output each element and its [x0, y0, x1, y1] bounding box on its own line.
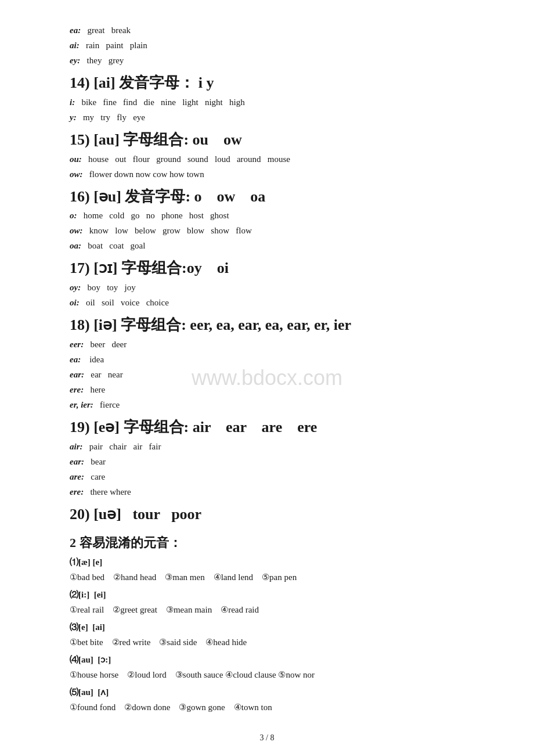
page-number: 3 / 8: [70, 732, 464, 744]
mix-group-2-items: ①real rail ②greet great ③mean main ④read…: [70, 603, 464, 617]
line-oa-16: oa: boat coat goal: [70, 239, 464, 253]
line-ou: ou: house out flour ground sound loud ar…: [70, 152, 464, 166]
heading-16: 16) [əu] 发音字母: o ow oa: [70, 187, 464, 207]
key-eer: eer:: [70, 340, 84, 349]
mix-section: 2 容易混淆的元音： ⑴[æ] [e] ①bad bed ②hand head …: [70, 532, 464, 714]
line-y: y: my try fly eye: [70, 110, 464, 124]
key-oa-16: oa:: [70, 241, 81, 250]
key-ear-19: ear:: [70, 457, 84, 466]
line-ow-15: ow: flower down now cow how town: [70, 167, 464, 181]
line-er-ier: er, ier: fierce: [70, 398, 464, 412]
key-ea-18: ea:: [70, 355, 81, 364]
heading-14: 14) [ai] 发音字母： i y: [70, 73, 464, 93]
line-ear-19: ear: bear: [70, 455, 464, 469]
key-ere-19: ere:: [70, 487, 84, 496]
key-oi: oi:: [70, 298, 80, 307]
line-are-19: are: care: [70, 470, 464, 484]
key-ow-15: ow:: [70, 170, 83, 179]
key-ea: ea:: [70, 26, 81, 35]
mix-group-3-label: ⑶[e] [ai]: [70, 620, 464, 634]
mix-group-2-label: ⑵[i:] [ei]: [70, 588, 464, 602]
mix-group-5-items: ①found fond ②down done ③gown gone ④town …: [70, 700, 464, 714]
line-ear-18: ear: ear near: [70, 368, 464, 381]
key-are-19: are:: [70, 472, 84, 481]
section-15: 15) [au] 字母组合: ou ow ou: house out flour…: [70, 130, 464, 181]
line-ow-16: ow: know low below grow blow show flow: [70, 224, 464, 237]
key-ai-ex: ai:: [70, 41, 80, 50]
key-er-ier: er, ier:: [70, 400, 93, 409]
line-ai-ex: ai: rain paint plain: [70, 38, 464, 52]
line-ea-18: ea: idea: [70, 352, 464, 366]
key-ere-18: ere:: [70, 385, 84, 394]
line-oi: oi: oil soil voice choice: [70, 296, 464, 309]
section-17: 17) [ɔɪ] 字母组合:oy oi oy: boy toy joy oi: …: [70, 258, 464, 309]
line-ea: ea: great break: [70, 23, 464, 37]
section-19: 19) [eə] 字母组合: air ear are ere air: pair…: [70, 417, 464, 499]
key-y: y:: [70, 113, 77, 122]
section-16: 16) [əu] 发音字母: o ow oa o: home cold go n…: [70, 187, 464, 253]
key-ey: ey:: [70, 56, 80, 65]
key-i: i:: [70, 98, 75, 107]
section-14: 14) [ai] 发音字母： i y i: bike fine find die…: [70, 73, 464, 124]
mix-group-5-label: ⑸[au] [ʌ]: [70, 685, 464, 699]
line-o-16: o: home cold go no phone host ghost: [70, 208, 464, 222]
heading-18: 18) [iə] 字母组合: eer, ea, ear, ea, ear, er…: [70, 315, 464, 335]
line-i: i: bike fine find die nine light night h…: [70, 95, 464, 109]
key-ear-18: ear:: [70, 370, 84, 379]
heading-19: 19) [eə] 字母组合: air ear are ere: [70, 417, 464, 437]
mix-title: 2 容易混淆的元音：: [70, 532, 464, 553]
line-ey: ey: they grey: [70, 53, 464, 67]
opening-lines: ea: great break ai: rain paint plain ey:…: [70, 23, 464, 67]
key-ow-16: ow:: [70, 226, 83, 235]
mix-group-4-label: ⑷[au] [ɔ:]: [70, 653, 464, 667]
heading-20: 20) [uə] tour poor: [70, 505, 464, 524]
key-oy: oy:: [70, 283, 81, 292]
heading-15: 15) [au] 字母组合: ou ow: [70, 130, 464, 150]
mix-group-4-items: ①house horse ②loud lord ③south sauce ④cl…: [70, 668, 464, 682]
line-ere-18: ere: here: [70, 383, 464, 397]
key-o-16: o:: [70, 211, 77, 220]
mix-group-1-label: ⑴[æ] [e]: [70, 555, 464, 569]
section-20: 20) [uə] tour poor: [70, 505, 464, 524]
section-18: 18) [iə] 字母组合: eer, ea, ear, ea, ear, er…: [70, 315, 464, 412]
key-ou: ou:: [70, 154, 82, 164]
line-eer: eer: beer deer: [70, 337, 464, 351]
line-air: air: pair chair air fair: [70, 440, 464, 453]
line-oy: oy: boy toy joy: [70, 280, 464, 294]
mix-group-1-items: ①bad bed ②hand head ③man men ④land lend …: [70, 570, 464, 584]
line-ere-19: ere: there where: [70, 485, 464, 499]
heading-17: 17) [ɔɪ] 字母组合:oy oi: [70, 258, 464, 278]
key-air: air:: [70, 442, 83, 451]
mix-group-3-items: ①bet bite ②red write ③said side ④head hi…: [70, 635, 464, 649]
